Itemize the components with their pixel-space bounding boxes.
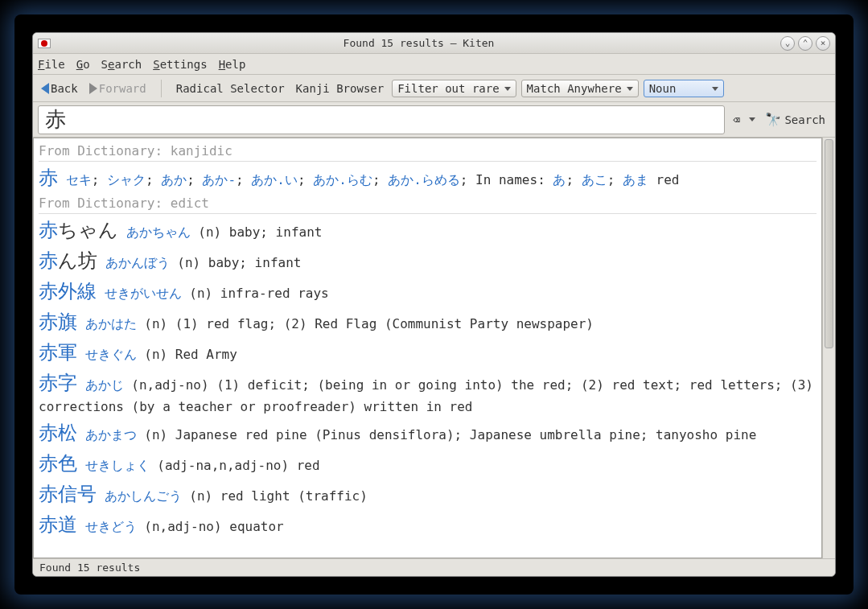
reading-link[interactable]: あ	[553, 172, 566, 187]
edict-entry: 赤旗 あかはた (n) (1) red flag; (2) Red Flag (…	[39, 307, 817, 336]
results-pane: From Dictionary: kanjidic 赤 セキ; シャク; あか;…	[33, 138, 822, 558]
edict-entry: 赤信号 あかしんごう (n) red light (traffic)	[39, 479, 817, 508]
menu-go[interactable]: Go	[76, 58, 90, 71]
kanji-link[interactable]: 赤字	[39, 372, 77, 394]
kanji-link[interactable]: 赤軍	[39, 341, 77, 364]
reading-link[interactable]: あかんぼう	[105, 255, 170, 270]
status-text: Found 15 results	[39, 562, 140, 574]
reading-link[interactable]: あか	[161, 172, 187, 187]
edict-entry: 赤ん坊 あかんぼう (n) baby; infant	[39, 246, 817, 275]
app-icon	[38, 39, 51, 48]
reading-link[interactable]: あか.らむ	[313, 172, 372, 187]
edict-entry: 赤色 せきしょく (adj-na,n,adj-no) red	[39, 449, 817, 478]
reading-link[interactable]: あかまつ	[85, 427, 137, 442]
reading-link[interactable]: あか-	[202, 172, 236, 187]
history-dropdown-icon[interactable]	[749, 117, 755, 121]
scrollbar[interactable]	[822, 138, 835, 558]
kanji-link[interactable]: 赤ちゃん	[39, 219, 118, 241]
edict-entry: 赤外線 せきがいせん (n) infra-red rays	[39, 277, 817, 306]
kanji-link[interactable]: 赤色	[39, 452, 77, 475]
definition: (n) Red Army	[144, 347, 237, 362]
reading-link[interactable]: あま	[623, 172, 648, 187]
definition: (n) infra-red rays	[189, 286, 328, 301]
reading-link[interactable]: あかじ	[85, 377, 124, 393]
definition: (adj-na,n,adj-no) red	[157, 458, 319, 473]
binoculars-icon: 🔭	[765, 112, 781, 127]
reading-link[interactable]: シャク	[107, 172, 146, 187]
edict-entry: 赤軍 せきぐん (n) Red Army	[39, 338, 817, 367]
arrow-right-icon	[89, 83, 97, 94]
filter-combo[interactable]: Filter out rare	[392, 80, 516, 97]
reading-link[interactable]: あか.い	[251, 172, 298, 187]
reading-link[interactable]: せきどう	[85, 519, 137, 534]
dict-header-edict: From Dictionary: edict	[39, 194, 817, 214]
toolbar: Back Forward Radical Selector Kanji Brow…	[33, 75, 835, 102]
kanji-link[interactable]: 赤	[39, 167, 58, 189]
kanji-link[interactable]: 赤信号	[39, 483, 97, 505]
definition: (n) baby; infant	[198, 224, 322, 240]
window-title: Found 15 results – Kiten	[57, 37, 780, 49]
reading-link[interactable]: あかはた	[85, 316, 137, 331]
definition: (n,adj-no) (1) deficit; (being in or goi…	[39, 377, 813, 414]
kanjidic-entry: 赤 セキ; シャク; あか; あか-; あか.い; あか.らむ; あか.らめる;…	[39, 163, 817, 192]
menu-help[interactable]: Help	[219, 58, 246, 71]
kanji-link[interactable]: 赤旗	[39, 311, 77, 333]
search-button[interactable]: 🔭 Search	[760, 110, 830, 129]
radical-selector-button[interactable]: Radical Selector	[173, 80, 288, 97]
search-input[interactable]: 赤	[38, 105, 725, 134]
menubar: File Go Search Settings Help	[33, 54, 835, 75]
statusbar: Found 15 results	[33, 558, 835, 576]
edict-entry: 赤ちゃん あかちゃん (n) baby; infant	[39, 216, 817, 245]
arrow-left-icon	[41, 83, 49, 94]
edict-entry: 赤字 あかじ (n,adj-no) (1) deficit; (being in…	[39, 368, 817, 417]
kanji-link[interactable]: 赤道	[39, 513, 77, 536]
dict-header-kanjidic: From Dictionary: kanjidic	[39, 142, 817, 162]
reading-link[interactable]: せきぐん	[85, 347, 137, 362]
definition: (n,adj-no) equator	[144, 519, 283, 534]
kanji-browser-button[interactable]: Kanji Browser	[293, 80, 388, 97]
menu-settings[interactable]: Settings	[153, 58, 207, 71]
kanji-link[interactable]: 赤ん坊	[39, 249, 97, 272]
definition: (n) baby; infant	[177, 255, 301, 270]
maximize-button[interactable]: ⌃	[798, 36, 812, 51]
close-button[interactable]: ×	[816, 36, 830, 51]
clear-icon[interactable]: ⌫	[730, 112, 743, 128]
forward-button: Forward	[86, 80, 150, 97]
reading-link[interactable]: あかちゃん	[126, 224, 191, 240]
reading-link[interactable]: あこ	[582, 172, 607, 187]
definition: (n) (1) red flag; (2) Red Flag (Communis…	[144, 316, 594, 331]
wordtype-combo[interactable]: Noun	[644, 80, 724, 97]
definition: (n) red light (traffic)	[189, 488, 368, 504]
reading-link[interactable]: セキ	[66, 172, 92, 187]
reading-link[interactable]: あか.らめる	[388, 172, 460, 187]
definition: (n) Japanese red pine (Pinus densiflora)…	[144, 427, 756, 442]
kanji-link[interactable]: 赤松	[39, 422, 77, 444]
searchbar: 赤 ⌫ 🔭 Search	[33, 102, 835, 138]
kanji-link[interactable]: 赤外線	[39, 280, 97, 302]
back-button[interactable]: Back	[38, 80, 81, 97]
reading-link[interactable]: せきしょく	[85, 458, 150, 473]
menu-search[interactable]: Search	[101, 58, 142, 71]
edict-entry: 赤松 あかまつ (n) Japanese red pine (Pinus den…	[39, 418, 817, 447]
minimize-button[interactable]: ⌄	[780, 36, 795, 51]
scrollbar-thumb[interactable]	[825, 139, 833, 348]
menu-file[interactable]: File	[38, 58, 65, 71]
reading-link[interactable]: せきがいせん	[105, 286, 182, 301]
titlebar: Found 15 results – Kiten ⌄ ⌃ ×	[33, 33, 835, 54]
match-combo[interactable]: Match Anywhere	[521, 80, 639, 97]
edict-entry: 赤道 せきどう (n,adj-no) equator	[39, 510, 817, 539]
reading-link[interactable]: あかしんごう	[105, 488, 182, 504]
app-window: Found 15 results – Kiten ⌄ ⌃ × File Go S…	[32, 32, 836, 577]
